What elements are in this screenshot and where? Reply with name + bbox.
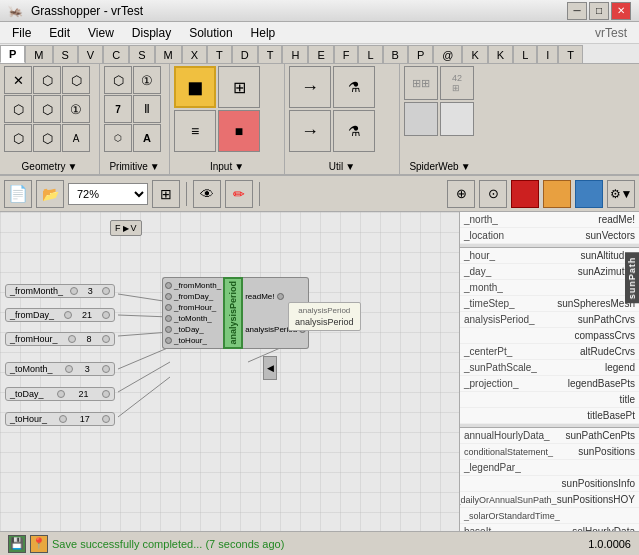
tab-t2[interactable]: T	[258, 45, 283, 63]
tab-c[interactable]: C	[103, 45, 129, 63]
side-row-projection[interactable]: _projection_ legendBasePts	[460, 376, 639, 392]
side-row-hour[interactable]: _hour_ sunAltitudes	[460, 248, 639, 264]
tab-i[interactable]: I	[537, 45, 558, 63]
grid-button[interactable]: ⊞	[152, 180, 180, 208]
nav-button-3[interactable]	[511, 180, 539, 208]
menu-help[interactable]: Help	[243, 24, 284, 42]
tab-t[interactable]: T	[207, 45, 232, 63]
tab-t3[interactable]: T	[558, 45, 583, 63]
side-row-timestep[interactable]: _timeStep_ sunSpheresMesh	[460, 296, 639, 312]
prim-icon-5[interactable]: ⬡	[104, 124, 132, 152]
geo-icon-6[interactable]: ①	[62, 95, 90, 123]
menu-edit[interactable]: Edit	[41, 24, 78, 42]
tab-l[interactable]: L	[358, 45, 382, 63]
prim-icon-4[interactable]: Ⅱ	[133, 95, 161, 123]
save-icon[interactable]: 💾	[8, 535, 26, 553]
tab-m2[interactable]: M	[155, 45, 182, 63]
prim-icon-3[interactable]: 7	[104, 95, 132, 123]
geo-icon-8[interactable]: ⬡	[33, 124, 61, 152]
menu-display[interactable]: Display	[124, 24, 179, 42]
input-icon-1[interactable]: ◼	[174, 66, 216, 108]
input-icon-4[interactable]: ■	[218, 110, 260, 152]
side-row-compasscrvs[interactable]: compassCrvs	[460, 328, 639, 344]
prim-icon-2[interactable]: ①	[133, 66, 161, 94]
menu-file[interactable]: File	[4, 24, 39, 42]
side-row-month[interactable]: _month_	[460, 280, 639, 296]
canvas[interactable]: F ▶ V _fromMonth_ 3 _fromDay_ 21 _fromHo…	[0, 212, 459, 531]
settings-button[interactable]: ⚙▼	[607, 180, 635, 208]
util-icon-2[interactable]: ⚗	[333, 66, 375, 108]
collapse-panel-button[interactable]: ◀	[263, 356, 277, 380]
side-row-centerpt[interactable]: _centerPt_ altRudeCrvs	[460, 344, 639, 360]
draw-button[interactable]: ✏	[225, 180, 253, 208]
spider-icon-1[interactable]: ⊞⊞	[404, 66, 438, 100]
minimize-button[interactable]: ─	[567, 2, 587, 20]
spider-icon-3[interactable]	[404, 102, 438, 136]
menu-view[interactable]: View	[80, 24, 122, 42]
new-button[interactable]: 📄	[4, 180, 32, 208]
prim-icon-1[interactable]: ⬡	[104, 66, 132, 94]
maximize-button[interactable]: □	[589, 2, 609, 20]
side-row-title[interactable]: title	[460, 392, 639, 408]
f-button-node[interactable]: F ▶ V	[110, 220, 142, 236]
tab-e[interactable]: E	[308, 45, 333, 63]
input-icon-3[interactable]: ≡	[174, 110, 216, 152]
from-month-node[interactable]: _fromMonth_ 3	[5, 284, 115, 298]
util-chevron-icon[interactable]: ▼	[345, 161, 355, 172]
tab-h[interactable]: H	[282, 45, 308, 63]
geo-icon-1[interactable]: ✕	[4, 66, 32, 94]
tab-k[interactable]: K	[462, 45, 487, 63]
tab-l2[interactable]: L	[513, 45, 537, 63]
geometry-chevron-icon[interactable]: ▼	[68, 161, 78, 172]
input-icon-2[interactable]: ⊞	[218, 66, 260, 108]
side-row-conditional[interactable]: conditionalStatement_ sunPositions	[460, 444, 639, 460]
tab-s2[interactable]: S	[129, 45, 154, 63]
tab-d[interactable]: D	[232, 45, 258, 63]
tab-p2[interactable]: P	[408, 45, 433, 63]
ap-body[interactable]: analysisPeriod	[223, 277, 243, 349]
geo-icon-9[interactable]: A	[62, 124, 90, 152]
input-chevron-icon[interactable]: ▼	[234, 161, 244, 172]
marker-icon[interactable]: 📍	[30, 535, 48, 553]
util-icon-3[interactable]: →	[289, 110, 331, 152]
to-day-node[interactable]: _toDay_ 21	[5, 387, 115, 401]
side-row-annualdata[interactable]: annualHourlyData_ sunPathCenPts	[460, 428, 639, 444]
to-hour-node[interactable]: _toHour_ 17	[5, 412, 115, 426]
primitive-chevron-icon[interactable]: ▼	[150, 161, 160, 172]
side-row-baselt[interactable]: baseIt_ selHourlyData	[460, 524, 639, 531]
side-row-location[interactable]: _location sunVectors	[460, 228, 639, 244]
side-row-titlebasept[interactable]: titleBasePt	[460, 408, 639, 424]
side-row-sunpositionsinfo[interactable]: sunPositionsInfo	[460, 476, 639, 492]
nav-button-1[interactable]: ⊕	[447, 180, 475, 208]
eye-button[interactable]: 👁	[193, 180, 221, 208]
tab-m[interactable]: M	[25, 45, 52, 63]
close-button[interactable]: ✕	[611, 2, 631, 20]
side-row-solarstandard[interactable]: _solarOrStandardTime_	[460, 508, 639, 524]
analysis-panel-node[interactable]: analysisPeriod analysisPeriod	[288, 302, 361, 331]
from-day-node[interactable]: _fromDay_ 21	[5, 308, 115, 322]
util-icon-4[interactable]: ⚗	[333, 110, 375, 152]
tab-k2[interactable]: K	[488, 45, 513, 63]
geo-icon-7[interactable]: ⬡	[4, 124, 32, 152]
tab-v[interactable]: V	[78, 45, 103, 63]
spider-icon-2[interactable]: 42⊞	[440, 66, 474, 100]
menu-solution[interactable]: Solution	[181, 24, 240, 42]
side-row-day[interactable]: _day_ sunAzimuths	[460, 264, 639, 280]
geo-icon-5[interactable]: ⬡	[33, 95, 61, 123]
util-icon-1[interactable]: →	[289, 66, 331, 108]
to-month-node[interactable]: _toMonth_ 3	[5, 362, 115, 376]
side-row-sunpathscale[interactable]: _sunPathScale_ legend	[460, 360, 639, 376]
geo-icon-4[interactable]: ⬡	[4, 95, 32, 123]
side-row-dailyannual[interactable]: _dailyOrAnnualSunPath_ sunPositionsHOY	[460, 492, 639, 508]
open-button[interactable]: 📂	[36, 180, 64, 208]
side-row-legendpar[interactable]: _legendPar_	[460, 460, 639, 476]
geo-icon-2[interactable]: ⬡	[33, 66, 61, 94]
from-hour-node[interactable]: _fromHour_ 8	[5, 332, 115, 346]
side-row-analysisperiod[interactable]: analysisPeriod_ sunPathCrvs	[460, 312, 639, 328]
tab-at[interactable]: @	[433, 45, 462, 63]
tab-x[interactable]: X	[182, 45, 207, 63]
spider-icon-4[interactable]	[440, 102, 474, 136]
prim-icon-6[interactable]: A	[133, 124, 161, 152]
nav-button-5[interactable]	[575, 180, 603, 208]
geo-icon-3[interactable]: ⬡	[62, 66, 90, 94]
